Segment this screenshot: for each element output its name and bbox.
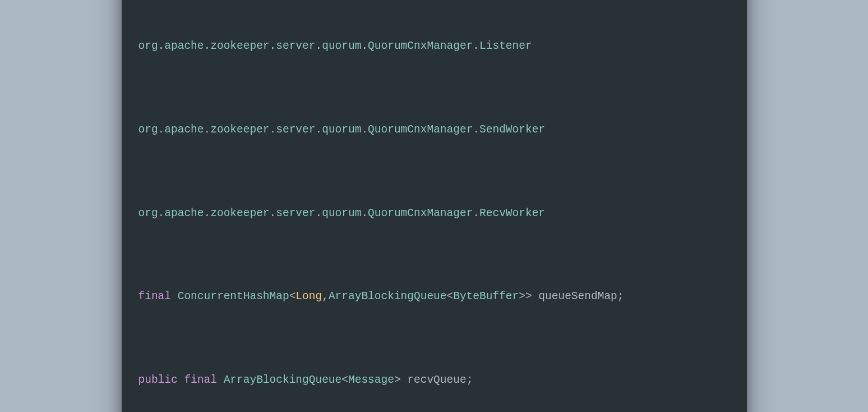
code-token: apache xyxy=(164,123,204,136)
code-token: . xyxy=(361,207,368,219)
code-token: < xyxy=(289,290,296,303)
code-token: . xyxy=(473,207,479,219)
code-token: RecvWorker xyxy=(479,207,545,219)
code-area: org.apache.zookeeper.server.quorum.Quoru… xyxy=(138,0,730,412)
code-token: > xyxy=(394,374,401,386)
code-line-5: public final ArrayBlockingQueue<Message>… xyxy=(138,373,730,388)
code-token: server xyxy=(276,40,315,52)
code-token: . xyxy=(270,123,276,136)
code-token: ByteBuffer xyxy=(453,290,519,303)
code-token: ; xyxy=(467,374,473,386)
code-token: . xyxy=(361,123,368,136)
code-line-3: org.apache.zookeeper.server.quorum.Quoru… xyxy=(138,206,730,221)
code-token: ConcurrentHashMap xyxy=(178,290,289,303)
code-token: SendWorker xyxy=(479,123,545,136)
code-token: server xyxy=(276,207,315,219)
code-token xyxy=(178,374,184,386)
code-token: . xyxy=(473,123,479,136)
code-line-4: final ConcurrentHashMap<Long,ArrayBlocki… xyxy=(138,289,730,304)
code-token: Long xyxy=(296,290,322,303)
code-token: QuorumCnxManager xyxy=(368,40,473,52)
code-token: . xyxy=(204,40,211,52)
code-token: QuorumCnxManager xyxy=(368,207,473,219)
code-token: ArrayBlockingQueue xyxy=(224,374,342,386)
code-token: org xyxy=(138,207,158,219)
code-token: . xyxy=(315,40,322,52)
code-token: Message xyxy=(348,374,394,386)
code-token: . xyxy=(361,40,368,52)
code-token: >> xyxy=(519,290,532,303)
code-token: . xyxy=(158,207,165,219)
code-token xyxy=(217,374,224,386)
code-line-1: org.apache.zookeeper.server.quorum.Quoru… xyxy=(138,39,730,54)
code-token xyxy=(171,290,178,303)
code-token: zookeeper xyxy=(210,207,269,219)
code-token: final xyxy=(184,374,217,386)
code-token: quorum xyxy=(322,207,361,219)
code-token: final xyxy=(138,290,172,303)
code-token: server xyxy=(276,123,315,136)
code-token: quorum xyxy=(322,40,361,52)
code-token: < xyxy=(447,290,454,303)
code-token: . xyxy=(270,207,276,219)
code-token: QuorumCnxManager xyxy=(368,123,473,136)
code-token: . xyxy=(473,40,479,52)
code-token: . xyxy=(158,123,165,136)
code-token: recvQueue xyxy=(407,374,466,386)
code-token: < xyxy=(341,374,348,386)
code-token: queueSendMap xyxy=(538,290,617,303)
code-token: apache xyxy=(164,40,204,52)
code-token: zookeeper xyxy=(210,123,269,136)
code-token: , xyxy=(322,290,329,303)
code-token xyxy=(532,290,539,303)
code-line-2: org.apache.zookeeper.server.quorum.Quoru… xyxy=(138,122,730,138)
code-token: . xyxy=(270,40,276,52)
code-token: . xyxy=(315,207,322,219)
code-window: org.apache.zookeeper.server.quorum.Quoru… xyxy=(122,0,747,412)
code-token: ArrayBlockingQueue xyxy=(329,290,447,303)
code-token: . xyxy=(158,40,165,52)
code-token: zookeeper xyxy=(210,40,269,52)
code-token xyxy=(401,374,408,386)
code-token: apache xyxy=(164,207,204,219)
code-token: Listener xyxy=(479,40,532,52)
code-token: ; xyxy=(617,290,624,303)
code-token: public xyxy=(138,374,178,386)
code-token: . xyxy=(315,123,322,136)
code-token: org xyxy=(138,40,158,52)
code-token: . xyxy=(204,123,211,136)
code-token: . xyxy=(204,207,211,219)
code-token: org xyxy=(138,123,158,136)
code-token: quorum xyxy=(322,123,361,136)
